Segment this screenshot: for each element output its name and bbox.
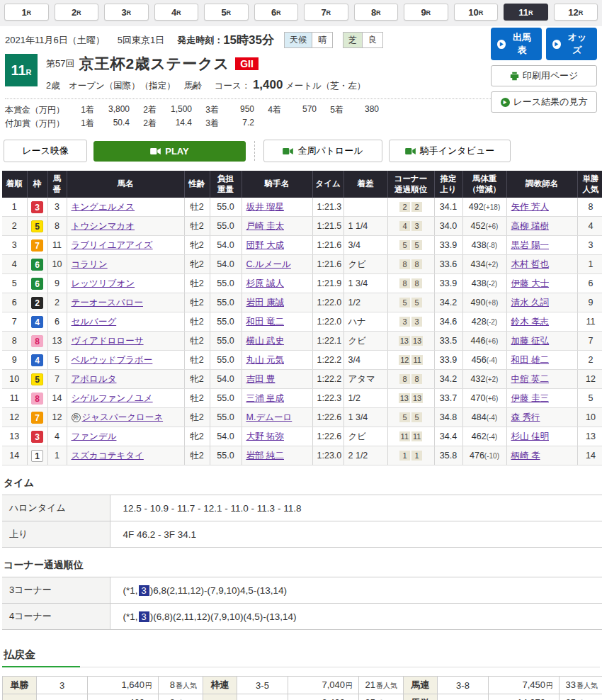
jockey-name-link[interactable]: 坂井 瑠星 [246,202,284,212]
jockey-name-link[interactable]: 丸山 元気 [246,355,284,365]
play-button[interactable]: PLAY [93,141,246,162]
waku-badge: 5 [31,373,43,385]
waku-badge: 7 [31,412,43,424]
print-page-label: 印刷用ページ [523,69,579,82]
finish-time: 1:22.2 [312,370,343,389]
horse-name-link[interactable]: キングエルメス [72,202,135,212]
payout-table-body: 単勝31,640円8番人気枠連3-57,040円21番人気馬連3-87,450円… [3,677,602,700]
result-guide-button[interactable]: ▶ レース結果の見方 [491,91,597,113]
horse-name-link[interactable]: ヴィアドロローサ [72,336,144,346]
margin: 1 3/4 [343,274,387,293]
trainer-name-link[interactable]: 清水 久詞 [511,298,549,307]
trainer-name-link[interactable]: 加藤 征弘 [511,336,549,346]
horse-number: 8 [47,217,67,236]
race-tab-8R[interactable]: 8R [354,4,399,21]
trainer-name-link[interactable]: 中舘 英二 [511,374,549,384]
trainer-name-link[interactable]: 杉山 佳明 [511,431,549,441]
waku-badge: 4 [31,354,43,366]
tab-suffix: R [528,9,533,16]
patrol-video-button[interactable]: 全周パトロール [263,140,382,162]
horse-name-link[interactable]: レッツリブオン [72,278,135,288]
trainer-name-link[interactable]: 森 秀行 [511,412,540,422]
jockey-name-link[interactable]: C.ルメール [246,259,291,269]
trainer-name-link[interactable]: 和田 雄二 [511,355,549,365]
jockey-name-link[interactable]: 杉原 誠人 [246,278,284,288]
race-tab-6R[interactable]: 6R [254,4,299,21]
race-movie-button[interactable]: レース映像 [4,140,87,162]
horse-name-link[interactable]: ベルウッドブラボー [72,355,153,365]
arrow-circle-icon: ▶ [552,40,561,49]
race-round: 第57回 [46,57,74,70]
margin [343,198,387,217]
trainer-name-link[interactable]: 鈴木 孝志 [511,317,549,327]
trainer-cell: 高柳 瑞樹 [506,217,577,236]
race-tab-5R[interactable]: 5R [204,4,249,21]
race-tab-10R[interactable]: 10R [454,4,499,21]
horse-name-link[interactable]: ラブリイユアアイズ [72,240,153,250]
body-weight: 452 [471,221,486,231]
jockey-name-link[interactable]: 横山 武史 [246,336,284,346]
horse-name-link[interactable]: トウシンマカオ [72,221,135,231]
odds-button[interactable]: ▶ オッズ [546,28,597,60]
jockey-name-link[interactable]: 三浦 皇成 [246,393,284,403]
horse-name-link[interactable]: テーオースパロー [72,298,143,307]
win-favorite-rank: 6 [577,274,602,293]
jockey-name-link[interactable]: 岩部 純二 [246,451,284,461]
race-tab-3R[interactable]: 3R [104,4,149,21]
print-page-button[interactable]: 印刷用ページ [491,65,597,86]
horse-name-link[interactable]: セルバーグ [72,317,117,327]
horse-name-link[interactable]: シゲルファンノユメ [72,393,153,403]
jockey-name-link[interactable]: 和田 竜二 [246,317,284,327]
trainer-name-link[interactable]: 木村 哲也 [511,259,549,269]
jockey-name-link[interactable]: 大野 拓弥 [246,431,284,441]
jockey-name-link[interactable]: M.デムーロ [246,412,293,422]
jockey-name-link[interactable]: 岩田 康誠 [246,298,284,307]
corner-position-chip: 5 [399,298,410,307]
trainer-name-link[interactable]: 高柳 瑞樹 [511,221,549,231]
shutuba-button[interactable]: ▶ 出馬表 [491,28,542,60]
jockey-name-link[interactable]: 吉田 豊 [246,374,276,384]
payout-amount: 7,040円 [288,677,359,694]
trainer-name-link[interactable]: 黒岩 陽一 [511,240,549,250]
carried-weight: 55.0 [210,408,242,427]
race-tab-12R[interactable]: 12R [554,4,598,21]
race-tab-2R[interactable]: 2R [55,4,99,21]
race-tab-1R[interactable]: 1R [4,4,49,21]
horse-number: 2 [47,293,67,312]
horse-name-link[interactable]: ジャスパークローネ [82,412,164,422]
trainer-cell: 森 秀行 [506,408,577,427]
finish-position: 10 [2,370,27,389]
trainer-cell: 中舘 英二 [506,370,577,389]
horse-name-link[interactable]: アポロルタ [72,374,117,384]
horse-name-link[interactable]: スズカコテキタイ [72,451,144,461]
trainer-name-link[interactable]: 柄崎 孝 [511,451,540,461]
table-row: 258トウシンマカオ牡255.0戸崎 圭太1:21.51 1/44334.045… [2,217,602,236]
jockey-name-link[interactable]: 戸崎 圭太 [246,221,284,231]
trainer-name-link[interactable]: 伊藤 圭三 [511,393,549,403]
finish-time: 1:21.9 [312,274,343,293]
payout-amount-value: 2,430 [322,697,345,700]
jockey-interview-button[interactable]: 騎手インタビュー [389,140,511,162]
horse-name-link[interactable]: コラリン [72,259,108,269]
race-tab-7R[interactable]: 7R [304,4,348,21]
trainer-name-link[interactable]: 矢作 芳人 [511,202,549,212]
trainer-name-link[interactable]: 伊藤 大士 [511,278,549,288]
race-tab-11R[interactable]: 11R [504,4,548,21]
waku-cell: 8 [27,332,47,351]
corner-position-chip: 3 [411,221,422,231]
last-3f-time: 34.6 [434,312,462,332]
time-row: ハロンタイム12.5 - 10.9 - 11.7 - 12.1 - 11.0 -… [2,495,602,521]
race-tab-9R[interactable]: 9R [404,4,448,21]
jockey-name-link[interactable]: 団野 大成 [246,240,284,250]
payout-combination: 3-8 [438,677,489,694]
margin: アタマ [343,370,387,389]
horse-name-link[interactable]: ファンデル [72,431,117,441]
margin: 1/2 [343,389,387,408]
video-camera-icon [405,147,416,155]
last-3f-time: 33.9 [434,236,462,255]
race-tab-4R[interactable]: 4R [154,4,199,21]
waku-cell: 4 [27,351,47,370]
corner-order-table: 3コーナー(*1,3)6,8(2,11,12)-(7,9,10)4,5-(13,… [2,577,602,630]
corner-row-label: 4コーナー [2,604,110,630]
body-weight-diff: (-2) [487,280,498,288]
